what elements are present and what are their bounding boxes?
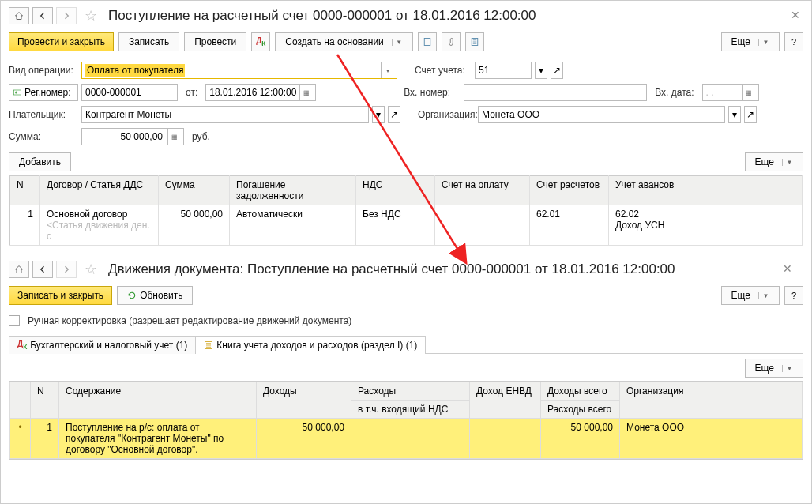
create-based-button[interactable]: Создать на основании▼	[275, 32, 413, 51]
movements-header: N Содержание Доходы Расходы Доход ЕНВД Д…	[10, 382, 803, 401]
account-label: Счет учета:	[415, 65, 472, 76]
page-title-2: Движения документа: Поступление на расче…	[105, 261, 675, 277]
star-icon[interactable]: ☆	[80, 7, 102, 24]
forward-button[interactable]	[56, 7, 77, 24]
in-date-label: Вх. дата:	[650, 87, 698, 98]
lower-more-button[interactable]: Еще▼	[721, 286, 780, 305]
org-dropdown[interactable]: ▾	[728, 106, 741, 123]
home-button-2[interactable]	[9, 261, 29, 278]
forward-button-2[interactable]	[56, 261, 77, 278]
payer-open[interactable]: ↗	[388, 106, 400, 123]
svg-point-6	[15, 92, 17, 94]
tab-accounting[interactable]: ДКБухгалтерский и налоговый учет (1)	[9, 336, 196, 354]
clip-button[interactable]	[442, 32, 461, 51]
movements-button[interactable]: ДК	[251, 32, 270, 51]
in-num-field[interactable]	[464, 84, 647, 101]
table-header: N Договор / Статья ДДС Сумма Погашение з…	[10, 176, 803, 205]
account-dropdown[interactable]: ▾	[535, 62, 547, 79]
more-button[interactable]: Еще▼	[721, 32, 780, 51]
org-field[interactable]: Монета ООО	[478, 106, 725, 123]
sum-label: Сумма:	[9, 131, 78, 142]
refresh-button[interactable]: Обновить	[117, 286, 193, 305]
tab-income-book[interactable]: Книга учета доходов и расходов (раздел I…	[195, 336, 426, 354]
lower-table-more-button[interactable]: Еще▼	[745, 359, 803, 378]
sum-currency: руб.	[187, 131, 210, 142]
star-icon-2[interactable]: ☆	[80, 261, 102, 278]
home-button[interactable]	[9, 7, 29, 24]
org-open[interactable]: ↗	[744, 106, 757, 123]
rows-table[interactable]: N Договор / Статья ДДС Сумма Погашение з…	[9, 175, 803, 246]
org-label: Организация:	[418, 109, 475, 120]
lower-help-button[interactable]: ?	[784, 286, 803, 305]
write-button[interactable]: Записать	[118, 32, 179, 51]
in-num-label: Вх. номер:	[404, 87, 461, 98]
close-icon[interactable]: ✕	[791, 9, 800, 21]
svg-rect-0	[424, 39, 430, 46]
back-button[interactable]	[32, 7, 53, 24]
op-type-label: Вид операции:	[9, 65, 78, 76]
payer-dropdown[interactable]: ▾	[372, 106, 385, 123]
manual-correction-label: Ручная корректировка (разрешает редактир…	[28, 315, 351, 326]
in-date-field[interactable]: . .▦	[702, 84, 759, 101]
movements-row[interactable]: • 1 Поступление на р/с: оплата от покупа…	[10, 419, 803, 459]
manual-correction-checkbox[interactable]	[9, 315, 20, 326]
account-field[interactable]: 51	[475, 62, 532, 79]
back-button-2[interactable]	[32, 261, 53, 278]
movements-table[interactable]: N Содержание Доходы Расходы Доход ЕНВД Д…	[9, 382, 803, 459]
op-type-field[interactable]: Оплата от покупателя▾	[81, 62, 397, 79]
regnum-label: Рег.номер:	[9, 84, 78, 101]
post-button[interactable]: Провести	[184, 32, 246, 51]
payer-field[interactable]: Контрагент Монеты	[81, 106, 369, 123]
table-row[interactable]: 1 Основной договор<Статья движения ден. …	[10, 205, 803, 246]
sum-field[interactable]: 50 000,00▦	[81, 128, 184, 145]
save-close-button[interactable]: Записать и закрыть	[9, 286, 112, 305]
page-title: Поступление на расчетный счет 0000-00000…	[105, 8, 536, 24]
from-label: от:	[181, 87, 202, 98]
help-button[interactable]: ?	[784, 32, 803, 51]
regnum-field[interactable]: 0000-000001	[81, 84, 178, 101]
attach-doc-button[interactable]	[418, 32, 437, 51]
post-and-close-button[interactable]: Провести и закрыть	[9, 32, 114, 51]
add-row-button[interactable]: Добавить	[9, 152, 71, 171]
payer-label: Плательщик:	[9, 109, 78, 120]
close-icon-2[interactable]: ✕	[783, 262, 792, 275]
from-date-field[interactable]: 18.01.2016 12:00:00▦	[205, 84, 316, 101]
list-button[interactable]	[465, 32, 484, 51]
account-open[interactable]: ↗	[551, 62, 563, 79]
table-more-button[interactable]: Еще▼	[745, 152, 803, 171]
